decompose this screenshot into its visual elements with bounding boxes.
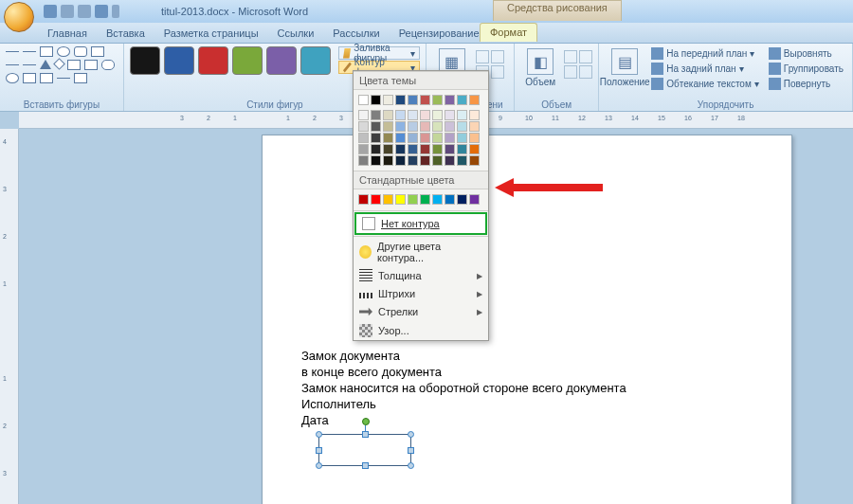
color-swatch[interactable] bbox=[457, 155, 467, 166]
resize-handle-nw[interactable] bbox=[316, 431, 322, 438]
rotation-handle[interactable] bbox=[362, 418, 370, 425]
color-swatch[interactable] bbox=[383, 155, 393, 166]
tab-references[interactable]: Ссылки bbox=[268, 25, 324, 43]
dashes-item[interactable]: Штрихи ▶ bbox=[354, 285, 488, 302]
color-swatch[interactable] bbox=[371, 121, 381, 132]
style-swatch[interactable] bbox=[232, 46, 263, 75]
pattern-item[interactable]: Узор... bbox=[354, 321, 488, 340]
color-swatch[interactable] bbox=[408, 155, 418, 166]
shape-callout-icon[interactable] bbox=[6, 73, 19, 83]
group-button[interactable]: Группировать bbox=[766, 62, 846, 76]
color-swatch[interactable] bbox=[469, 144, 480, 154]
color-swatch[interactable] bbox=[457, 194, 467, 205]
resize-handle-w[interactable] bbox=[316, 447, 322, 454]
resize-handle-s[interactable] bbox=[362, 462, 369, 469]
color-swatch[interactable] bbox=[383, 194, 393, 205]
no-outline-item[interactable]: Нет контура bbox=[354, 212, 487, 235]
color-swatch[interactable] bbox=[383, 121, 393, 132]
color-swatch[interactable] bbox=[420, 155, 430, 166]
bring-to-front-button[interactable]: На передний план ▾ bbox=[648, 46, 762, 61]
color-swatch[interactable] bbox=[358, 194, 369, 205]
shape-cloud-icon[interactable] bbox=[101, 60, 115, 70]
color-swatch[interactable] bbox=[358, 110, 369, 120]
color-swatch[interactable] bbox=[420, 144, 430, 154]
style-swatch[interactable] bbox=[300, 46, 331, 75]
style-swatch[interactable] bbox=[164, 46, 194, 75]
redo-icon[interactable] bbox=[78, 5, 91, 18]
color-swatch[interactable] bbox=[445, 144, 455, 154]
color-swatch[interactable] bbox=[469, 95, 480, 105]
rotate-button[interactable]: Повернуть bbox=[766, 77, 846, 91]
color-swatch[interactable] bbox=[408, 144, 418, 154]
qat-more-icon[interactable] bbox=[112, 5, 119, 18]
3d-tilt-left-icon[interactable] bbox=[564, 65, 577, 79]
shape-roundrect-icon[interactable] bbox=[74, 46, 87, 57]
3d-tilt-up-icon[interactable] bbox=[564, 50, 577, 63]
color-swatch[interactable] bbox=[395, 194, 406, 205]
shadow-nudge-down-icon[interactable] bbox=[491, 50, 504, 63]
shadow-nudge-up-icon[interactable] bbox=[476, 50, 489, 63]
shape-arrow-icon[interactable] bbox=[23, 51, 36, 52]
color-swatch[interactable] bbox=[445, 110, 455, 120]
color-swatch[interactable] bbox=[358, 155, 369, 166]
shadow-nudge-right-icon[interactable] bbox=[491, 65, 504, 79]
color-swatch[interactable] bbox=[383, 110, 393, 120]
color-swatch[interactable] bbox=[395, 121, 406, 132]
shape-rect-icon[interactable] bbox=[40, 46, 53, 57]
weight-item[interactable]: Толщина ▶ bbox=[354, 266, 488, 285]
shape-elbow-icon[interactable] bbox=[23, 64, 36, 65]
shape-diamond-icon[interactable] bbox=[53, 58, 65, 70]
shape-line-icon[interactable] bbox=[6, 51, 19, 52]
arrows-item[interactable]: Стрелки ▶ bbox=[354, 302, 488, 321]
color-swatch[interactable] bbox=[371, 155, 381, 166]
color-swatch[interactable] bbox=[469, 133, 480, 143]
color-swatch[interactable] bbox=[383, 133, 393, 143]
color-swatch[interactable] bbox=[469, 155, 480, 166]
text-wrap-button[interactable]: Обтекание текстом ▾ bbox=[648, 77, 762, 91]
color-swatch[interactable] bbox=[457, 121, 467, 132]
color-swatch[interactable] bbox=[469, 121, 480, 132]
office-button[interactable] bbox=[4, 2, 34, 32]
shape-star-icon[interactable] bbox=[40, 73, 53, 83]
color-swatch[interactable] bbox=[457, 133, 467, 143]
shape-hex-icon[interactable] bbox=[84, 60, 98, 70]
color-swatch[interactable] bbox=[469, 110, 480, 120]
color-swatch[interactable] bbox=[395, 95, 406, 105]
color-swatch[interactable] bbox=[358, 133, 369, 143]
color-swatch[interactable] bbox=[371, 133, 381, 143]
color-swatch[interactable] bbox=[445, 121, 455, 132]
color-swatch[interactable] bbox=[383, 144, 393, 154]
color-swatch[interactable] bbox=[469, 194, 480, 205]
color-swatch[interactable] bbox=[395, 110, 406, 120]
more-outline-colors-item[interactable]: Другие цвета контура... bbox=[354, 238, 488, 266]
color-swatch[interactable] bbox=[445, 155, 455, 166]
resize-handle-se[interactable] bbox=[408, 462, 414, 469]
color-swatch[interactable] bbox=[420, 121, 430, 132]
color-swatch[interactable] bbox=[445, 194, 455, 205]
color-swatch[interactable] bbox=[445, 95, 455, 105]
color-swatch[interactable] bbox=[383, 95, 393, 105]
color-swatch[interactable] bbox=[371, 95, 381, 105]
style-swatch[interactable] bbox=[198, 46, 228, 75]
3d-tilt-right-icon[interactable] bbox=[579, 65, 592, 79]
color-swatch[interactable] bbox=[432, 133, 443, 143]
color-swatch[interactable] bbox=[420, 110, 430, 120]
tab-format[interactable]: Формат bbox=[480, 23, 537, 42]
color-swatch[interactable] bbox=[432, 110, 443, 120]
style-swatch[interactable] bbox=[266, 46, 297, 75]
shape-more-icon[interactable] bbox=[74, 73, 87, 83]
print-icon[interactable] bbox=[95, 5, 108, 18]
position-button[interactable]: ▤ Положение bbox=[605, 46, 644, 89]
color-swatch[interactable] bbox=[420, 95, 430, 105]
color-swatch[interactable] bbox=[408, 95, 418, 105]
color-swatch[interactable] bbox=[408, 121, 418, 132]
shape-styles-gallery[interactable] bbox=[130, 46, 331, 75]
save-icon[interactable] bbox=[44, 5, 57, 18]
resize-handle-ne[interactable] bbox=[408, 431, 414, 438]
shape-brace-icon[interactable] bbox=[23, 73, 36, 83]
shape-textbox-icon[interactable] bbox=[91, 46, 104, 57]
color-swatch[interactable] bbox=[408, 110, 418, 120]
color-swatch[interactable] bbox=[432, 194, 443, 205]
vertical-ruler[interactable]: 4321123 bbox=[0, 129, 19, 504]
tab-mailings[interactable]: Рассылки bbox=[323, 25, 389, 43]
